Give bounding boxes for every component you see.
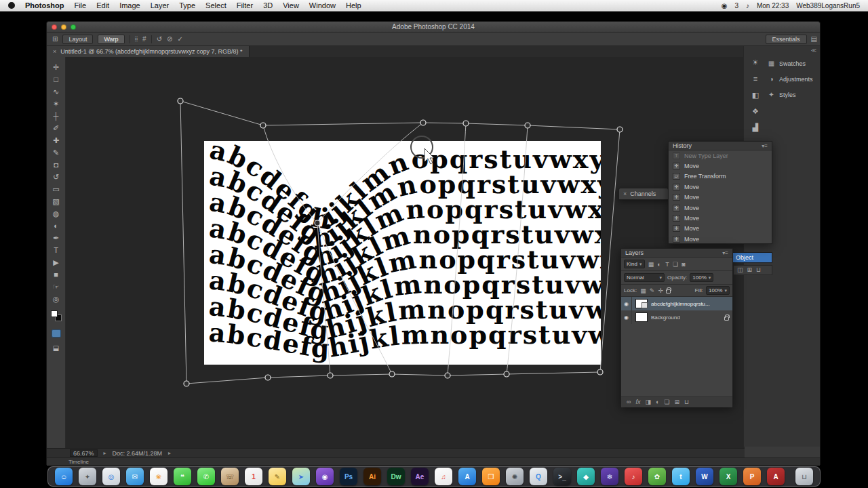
lock-icon[interactable]: ✛ bbox=[657, 287, 665, 294]
dock-mail[interactable]: ✉ bbox=[126, 468, 144, 485]
adjustments-panel-icon[interactable]: ☀ bbox=[747, 56, 764, 69]
menu-window[interactable]: Window bbox=[309, 1, 336, 9]
dock-messages[interactable]: ❝ bbox=[174, 468, 191, 485]
warp-handle[interactable] bbox=[597, 369, 603, 375]
commit-transform-icon[interactable]: ✓ bbox=[177, 35, 182, 43]
volume-icon[interactable]: ♪ bbox=[746, 2, 749, 9]
filter-icon[interactable]: ◙ bbox=[680, 261, 688, 268]
pen-tool[interactable]: ✒ bbox=[49, 232, 64, 244]
layer-visibility-toggle[interactable]: ◉ bbox=[621, 310, 632, 324]
link-layers-icon[interactable]: ∞ bbox=[627, 399, 631, 405]
lock-all-icon[interactable] bbox=[666, 289, 671, 293]
document-canvas[interactable]: abcdefghijklmnopqrstuvwxyzabcdefghijklmn… bbox=[204, 141, 601, 365]
dock-photo-booth[interactable]: ◉ bbox=[316, 468, 334, 485]
panel-stack-icon[interactable]: ▤ bbox=[811, 35, 817, 43]
dock-acrobat[interactable]: A bbox=[767, 468, 785, 485]
channels-close-icon[interactable]: × bbox=[623, 190, 627, 197]
history-selected-state[interactable]: Object bbox=[732, 252, 772, 263]
user-menu[interactable]: Web389LogansRun5 bbox=[796, 2, 860, 9]
status-popup-icon[interactable]: ▸ bbox=[168, 450, 171, 456]
layers-menu-icon[interactable]: ▾≡ bbox=[722, 250, 728, 256]
type-tool[interactable]: T bbox=[49, 244, 64, 256]
menu-image[interactable]: Image bbox=[119, 1, 140, 9]
minimize-window-button[interactable] bbox=[61, 24, 66, 30]
zoom-tool[interactable]: ◎ bbox=[49, 293, 64, 305]
dock-photoshop[interactable]: Ps bbox=[340, 468, 357, 485]
layer-visibility-toggle[interactable]: ◉ bbox=[621, 297, 632, 310]
blur-tool[interactable]: ◍ bbox=[49, 207, 64, 220]
color-swatches[interactable] bbox=[51, 310, 62, 321]
channels-panel-tab[interactable]: × Channels bbox=[618, 188, 669, 200]
delete-layer-icon[interactable]: ⊔ bbox=[684, 399, 689, 405]
dock-safari[interactable]: ◎ bbox=[102, 468, 120, 485]
dock-ibooks[interactable]: ❐ bbox=[482, 468, 500, 485]
menu-layer[interactable]: Layer bbox=[151, 1, 170, 9]
dock-dreamweaver[interactable]: Dw bbox=[387, 468, 405, 485]
window-titlebar[interactable]: Adobe Photoshop CC 2014 bbox=[47, 22, 820, 33]
history-brush-tool[interactable]: ↺ bbox=[49, 171, 64, 183]
layer-row[interactable]: ◉abcdefghijklmnopqrstu... bbox=[621, 297, 732, 310]
opacity-field[interactable]: 100%▾ bbox=[690, 273, 713, 282]
menu-type[interactable]: Type bbox=[179, 1, 195, 9]
dock-powerpoint[interactable]: P bbox=[743, 468, 761, 485]
dock-trash[interactable]: ⊔ bbox=[795, 468, 813, 485]
move-tool[interactable]: ✛ bbox=[49, 61, 64, 73]
history-item[interactable]: ✛Move bbox=[669, 203, 772, 213]
history-snapshot-icon[interactable]: ◫ bbox=[737, 267, 743, 273]
histogram-panel-icon[interactable]: ▟ bbox=[747, 121, 764, 134]
menu-edit[interactable]: Edit bbox=[96, 1, 109, 9]
tab-close-icon[interactable]: × bbox=[53, 48, 56, 55]
warp-handle[interactable] bbox=[445, 373, 450, 378]
menu-help[interactable]: Help bbox=[346, 1, 361, 9]
eraser-tool[interactable]: ▭ bbox=[49, 183, 64, 195]
menu-filter[interactable]: Filter bbox=[237, 1, 253, 9]
panel-button-styles[interactable]: ✦Styles bbox=[767, 87, 818, 102]
dock-word[interactable]: W bbox=[696, 468, 713, 485]
filter-icon[interactable]: ◐ bbox=[656, 261, 663, 268]
timeline-panel-tab[interactable]: Timeline bbox=[47, 458, 820, 466]
history-item[interactable]: ✛Move bbox=[669, 213, 772, 223]
menu-file[interactable]: File bbox=[74, 1, 86, 9]
cancel-transform-icon[interactable]: ⊘ bbox=[167, 35, 172, 43]
history-item[interactable]: ✛Move bbox=[669, 234, 772, 244]
dock-contacts[interactable]: ☏ bbox=[221, 468, 239, 485]
lasso-tool[interactable]: ∿ bbox=[49, 85, 64, 98]
marquee-tool[interactable]: □ bbox=[49, 73, 64, 85]
lock-icon[interactable]: ✎ bbox=[648, 287, 656, 294]
warp-handle[interactable] bbox=[265, 375, 271, 380]
dock-maps[interactable]: ➤ bbox=[292, 468, 310, 485]
dock-itunes[interactable]: ♫ bbox=[435, 468, 452, 485]
dock-twitter[interactable]: t bbox=[672, 468, 690, 485]
brush-tool[interactable]: ✎ bbox=[49, 146, 64, 159]
kind-filter-select[interactable]: Kind▾ bbox=[624, 260, 645, 268]
collapse-panels-icon[interactable]: ≪ bbox=[811, 47, 816, 54]
dodge-tool[interactable]: ◐ bbox=[49, 220, 64, 232]
zoom-level-field[interactable]: 66.67% bbox=[70, 449, 98, 457]
layer-effects-icon[interactable]: fx bbox=[635, 399, 640, 405]
foreground-color-swatch[interactable] bbox=[51, 310, 58, 317]
warp-handle[interactable] bbox=[504, 371, 509, 377]
filter-icon[interactable]: T bbox=[664, 261, 671, 268]
dock-calendar[interactable]: 1 bbox=[245, 468, 262, 485]
dock-launchpad[interactable]: ✦ bbox=[79, 468, 96, 485]
filter-icon[interactable]: ▦ bbox=[648, 261, 655, 268]
info-panel-icon[interactable]: ◧ bbox=[747, 88, 764, 102]
document-tab[interactable]: × Untitled-1 @ 66.7% (abcdefghijklmnopqr… bbox=[47, 46, 250, 57]
warp-handle[interactable] bbox=[328, 373, 333, 378]
hand-tool[interactable]: ☞ bbox=[49, 281, 64, 293]
history-item[interactable]: ✛Move bbox=[669, 182, 772, 192]
lock-icon[interactable]: ▦ bbox=[639, 287, 647, 294]
history-item[interactable]: ▱Free Transform bbox=[669, 171, 772, 182]
adjustment-layer-icon[interactable]: ◐ bbox=[656, 399, 659, 405]
crop-tool[interactable]: ┼ bbox=[49, 110, 64, 122]
dock-evernote[interactable]: ✿ bbox=[648, 468, 666, 485]
auto-vertical-icon[interactable]: ⦙⦙ bbox=[135, 35, 138, 43]
screen-mode-button[interactable]: ⬓ bbox=[53, 344, 59, 352]
properties-panel-icon[interactable]: ≡ bbox=[747, 72, 764, 85]
close-window-button[interactable] bbox=[52, 24, 57, 30]
healing-brush-tool[interactable]: ✚ bbox=[49, 134, 64, 146]
menu-app-name[interactable]: Photoshop bbox=[25, 1, 64, 9]
warp-handle[interactable] bbox=[463, 121, 469, 126]
panel-button-adjustments[interactable]: ◑Adjustments bbox=[767, 71, 818, 87]
dock-excel[interactable]: X bbox=[719, 468, 737, 485]
